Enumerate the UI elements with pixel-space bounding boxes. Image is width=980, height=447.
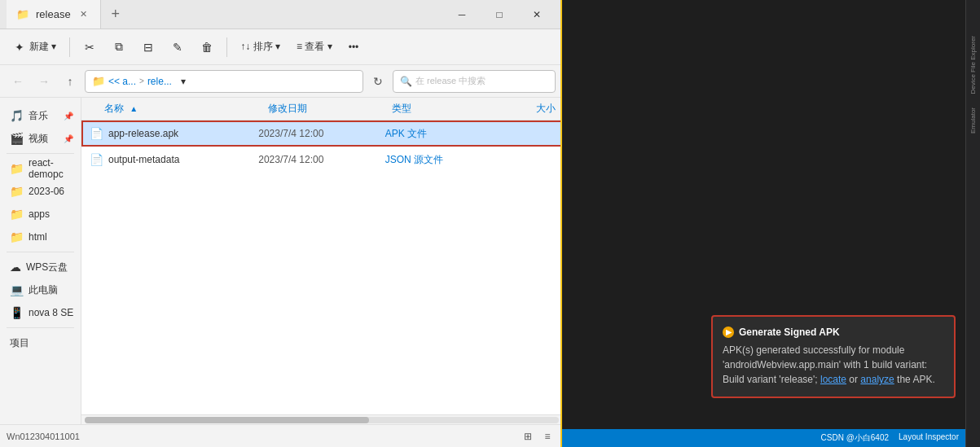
ide-bottom-bar: CSDN @小白6402 Layout Inspector [562, 429, 965, 447]
sidebar-item-project[interactable]: 项目 [0, 331, 81, 354]
copy-btn[interactable]: ⧉ [106, 34, 132, 60]
close-window-btn[interactable]: ✕ [518, 0, 556, 29]
col-header-name[interactable]: 名称 ▲ [88, 102, 268, 116]
file-icon-metadata: 📄 [90, 153, 103, 166]
video-icon: 🎬 [10, 132, 24, 145]
sidebar: 🎵 音乐 📌 🎬 视频 📌 📁 react-demopc 📁 2023-06 📁… [0, 98, 81, 424]
sidebar-item-apps-label: apps [29, 208, 50, 220]
layout-inspector-label[interactable]: Layout Inspector [899, 432, 959, 444]
refresh-btn[interactable]: ↻ [367, 70, 389, 93]
tab-close-btn[interactable]: ✕ [77, 8, 90, 21]
cut-btn[interactable]: ✂ [77, 34, 103, 60]
file-explorer-window: 📁 release ✕ + ─ □ ✕ ✦ 新建 ▾ ✂ ⧉ ⊟ ✎ [0, 0, 562, 447]
toolbar: ✦ 新建 ▾ ✂ ⧉ ⊟ ✎ 🗑 ↑↓ 排序 ▾ ≡ 查看 ▾ ••• [0, 29, 562, 65]
grid-view-btn[interactable]: ⊞ [520, 428, 536, 445]
device-file-explorer-btn[interactable]: Device File Explorer [969, 33, 977, 98]
sidebar-item-project-label: 项目 [10, 336, 29, 350]
sidebar-item-2023-label: 2023-06 [29, 186, 64, 197]
status-view-btns: ⊞ ≡ [520, 428, 556, 445]
new-icon: ✦ [13, 41, 26, 54]
back-btn[interactable]: ← [7, 70, 29, 93]
breadcrumb-part-2: rele... [147, 76, 172, 87]
sidebar-item-music-label: 音乐 [29, 109, 48, 123]
list-view-btn[interactable]: ≡ [539, 428, 556, 445]
folder-icon-apps: 📁 [10, 208, 24, 221]
rename-btn[interactable]: ✎ [165, 34, 191, 60]
scrollbar-thumb[interactable] [85, 417, 369, 423]
sidebar-item-music[interactable]: 🎵 音乐 📌 [0, 104, 81, 127]
window-controls: ─ □ ✕ [443, 0, 556, 29]
up-btn[interactable]: ↑ [59, 70, 81, 93]
emulator-btn[interactable]: Emulator [969, 104, 977, 137]
sidebar-divider-2 [7, 252, 74, 252]
sidebar-item-html[interactable]: 📁 html [0, 226, 81, 248]
file-name-metadata: output-metadata [108, 154, 179, 165]
sidebar-item-wps[interactable]: ☁ WPS云盘 [0, 256, 81, 278]
breadcrumb-chevron-1: > [139, 77, 144, 85]
main-area: 🎵 音乐 📌 🎬 视频 📌 📁 react-demopc 📁 2023-06 📁… [0, 98, 562, 424]
maximize-btn[interactable]: □ [481, 0, 518, 29]
sidebar-item-computer[interactable]: 💻 此电脑 [0, 278, 81, 301]
toolbar-separator-2 [226, 37, 227, 57]
breadcrumb-dropdown-btn[interactable]: ▾ [175, 73, 191, 90]
paste-icon: ⊟ [142, 41, 155, 54]
sidebar-item-video[interactable]: 🎬 视频 📌 [0, 127, 81, 150]
scrollbar-area [81, 414, 562, 424]
music-icon: 🎵 [10, 109, 24, 122]
view-btn[interactable]: ≡ 查看 ▾ [290, 34, 339, 60]
search-bar[interactable]: 🔍 在 release 中搜索 [393, 70, 556, 93]
sidebar-item-apps[interactable]: 📁 apps [0, 203, 81, 226]
new-btn[interactable]: ✦ 新建 ▾ [7, 34, 63, 60]
more-btn[interactable]: ••• [342, 34, 366, 60]
file-row-apk[interactable]: 📄 app-release.apk 2023/7/4 12:00 APK 文件 [81, 121, 562, 147]
status-bar: Wn012304011001 ⊞ ≡ [0, 424, 562, 447]
sidebar-item-nova-label: nova 8 SE [29, 307, 73, 318]
nav-bar: ← → ↑ 📁 << a... > rele... ▾ ↻ 🔍 在 releas… [0, 65, 562, 98]
copy-icon: ⧉ [112, 41, 125, 54]
status-path: Wn012304011001 [7, 432, 513, 441]
col-header-date[interactable]: 修改日期 [268, 102, 391, 116]
breadcrumb-bar[interactable]: 📁 << a... > rele... ▾ [85, 70, 363, 93]
file-list-area: 名称 ▲ 修改日期 类型 大小 📄 app-release.apk 2023/7… [81, 98, 562, 424]
ide-panel: ▶ Generate Signed APK APK(s) generated s… [562, 0, 980, 447]
vertical-divider [560, 0, 562, 447]
notif-icon: ▶ [723, 326, 734, 338]
new-tab-btn[interactable]: + [101, 0, 130, 28]
file-type-metadata: JSON 源文件 [385, 153, 486, 167]
forward-btn[interactable]: → [33, 70, 55, 93]
sidebar-item-2023[interactable]: 📁 2023-06 [0, 180, 81, 203]
sidebar-item-computer-label: 此电脑 [29, 283, 58, 297]
scrollbar-track[interactable] [85, 417, 559, 423]
file-date-apk: 2023/7/4 12:00 [258, 128, 385, 139]
search-icon: 🔍 [400, 76, 412, 87]
cloud-icon: ☁ [10, 261, 21, 274]
file-list-header: 名称 ▲ 修改日期 类型 大小 [81, 98, 562, 121]
title-bar: 📁 release ✕ + ─ □ ✕ [0, 0, 562, 29]
sidebar-item-nova[interactable]: 📱 nova 8 SE [0, 301, 81, 324]
col-header-type[interactable]: 类型 [392, 102, 490, 116]
sidebar-item-wps-label: WPS云盘 [26, 261, 68, 274]
analyze-link[interactable]: analyze [860, 374, 894, 385]
paste-btn[interactable]: ⊟ [135, 34, 161, 60]
file-list: 📄 app-release.apk 2023/7/4 12:00 APK 文件 … [81, 121, 562, 414]
file-row-metadata[interactable]: 📄 output-metadata 2023/7/4 12:00 JSON 源文… [81, 147, 562, 173]
locate-link[interactable]: locate [820, 374, 846, 385]
sort-arrow-name: ▲ [130, 104, 138, 113]
minimize-btn[interactable]: ─ [443, 0, 481, 29]
delete-btn[interactable]: 🗑 [194, 34, 220, 60]
bottom-bar-right: CSDN @小白6402 Layout Inspector [821, 432, 959, 444]
computer-icon: 💻 [10, 283, 24, 296]
file-name-apk: app-release.apk [108, 128, 178, 139]
col-header-size[interactable]: 大小 [490, 102, 556, 116]
active-tab[interactable]: 📁 release ✕ [7, 0, 101, 28]
sidebar-divider-3 [7, 327, 74, 328]
sidebar-item-react[interactable]: 📁 react-demopc [0, 157, 81, 180]
notif-title: ▶ Generate Signed APK [723, 326, 944, 338]
sort-btn[interactable]: ↑↓ 排序 ▾ [234, 34, 287, 60]
notif-body: APK(s) generated successfully for module… [723, 343, 944, 387]
file-name-cell-metadata: 📄 output-metadata [90, 153, 258, 166]
notif-title-text: Generate Signed APK [739, 326, 840, 338]
folder-icon-html: 📁 [10, 230, 24, 243]
tab-folder-icon: 📁 [16, 8, 29, 20]
notif-body-text: APK(s) generated successfully for module… [723, 344, 927, 370]
